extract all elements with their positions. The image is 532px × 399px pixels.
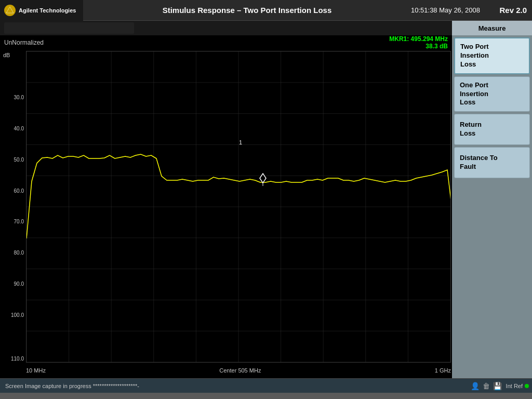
marker-value: 38.3 dB bbox=[389, 43, 448, 50]
subheader-bar: Measure bbox=[0, 21, 532, 35]
x-label-start: 10 MHz bbox=[26, 367, 46, 374]
y-label-80: 80.0 bbox=[14, 250, 24, 256]
menu-distance-to-fault[interactable]: Distance To Fault bbox=[454, 147, 530, 178]
y-label-60: 60.0 bbox=[14, 188, 24, 194]
header-bar: Agilent Technologies Stimulus Response –… bbox=[0, 0, 532, 21]
marker-label: 1 bbox=[239, 139, 242, 145]
chart-top-bar: UnNormalized MKR1: 495.294 MHz 38.3 dB bbox=[0, 35, 452, 50]
agilent-icon bbox=[4, 5, 16, 16]
status-message: Screen Image capture in progress *******… bbox=[0, 383, 471, 389]
measure-label: Measure bbox=[478, 24, 506, 32]
y-label-110: 110.0 bbox=[11, 356, 24, 362]
chart-container: UnNormalized MKR1: 495.294 MHz 38.3 dB d… bbox=[0, 35, 452, 378]
trash-icon: 🗑 bbox=[483, 382, 490, 390]
marker-info: MKR1: 495.294 MHz 38.3 dB bbox=[389, 35, 448, 50]
y-label-70: 70.0 bbox=[14, 219, 24, 224]
marker-frequency: MKR1: 495.294 MHz bbox=[389, 35, 448, 43]
menu-return-loss[interactable]: Return Loss bbox=[454, 114, 530, 145]
x-label-center: Center 505 MHz bbox=[219, 367, 261, 374]
x-label-end: 1 GHz bbox=[435, 367, 451, 374]
save-icon: 💾 bbox=[493, 382, 502, 390]
y-label-100: 100.0 bbox=[11, 312, 24, 318]
main-area: UnNormalized MKR1: 495.294 MHz 38.3 dB d… bbox=[0, 35, 532, 378]
y-label-50: 50.0 bbox=[14, 157, 24, 163]
subheader-dark-box bbox=[4, 22, 134, 34]
y-axis-labels: 30.0 40.0 50.0 60.0 70.0 80.0 90.0 100.0 bbox=[1, 51, 26, 363]
page-title: Stimulus Response – Two Port Insertion L… bbox=[83, 6, 411, 15]
menu-two-port-insertion-loss[interactable]: Two Port Insertion Loss bbox=[454, 37, 530, 74]
person-icon: 👤 bbox=[471, 382, 480, 390]
svg-marker-0 bbox=[6, 7, 14, 13]
int-ref-indicator bbox=[525, 384, 529, 388]
header-revision: Rev 2.0 bbox=[490, 6, 532, 15]
chart-grid: 1 bbox=[26, 51, 451, 363]
int-ref-status: Int Ref bbox=[506, 383, 532, 389]
y-label-40: 40.0 bbox=[14, 126, 24, 131]
logo-area: Agilent Technologies bbox=[0, 0, 83, 21]
y-label-90: 90.0 bbox=[14, 281, 24, 287]
right-panel: Two Port Insertion Loss One Port Inserti… bbox=[452, 35, 532, 378]
x-axis-labels: 10 MHz Center 505 MHz 1 GHz bbox=[26, 364, 451, 377]
header-datetime: 10:51:38 May 26, 2008 bbox=[411, 6, 490, 14]
chart-unnormalized-label: UnNormalized bbox=[4, 39, 44, 46]
statusbar: Screen Image capture in progress *******… bbox=[0, 378, 532, 393]
subheader-measure: Measure bbox=[452, 21, 532, 35]
agilent-logo-text: Agilent Technologies bbox=[19, 7, 76, 14]
status-icons: 👤 🗑 💾 bbox=[471, 382, 506, 390]
y-label-30: 30.0 bbox=[14, 95, 24, 100]
chart-svg: 1 bbox=[26, 51, 450, 362]
subheader-left bbox=[0, 21, 452, 35]
menu-one-port-insertion-loss[interactable]: One Port Insertion Loss bbox=[454, 76, 530, 112]
